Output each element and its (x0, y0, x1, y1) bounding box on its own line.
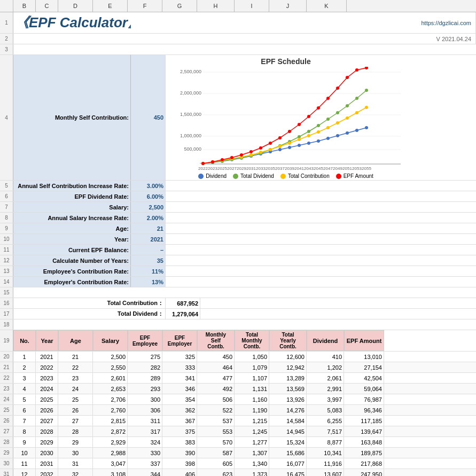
cell-epf-employee-31: 344 (128, 469, 162, 476)
current-epf-value[interactable]: – (131, 245, 166, 255)
legend-epf-amount: EPF Amount (336, 173, 373, 179)
cell-no-30: 11 (13, 458, 36, 469)
chart-row-5 (166, 181, 406, 191)
cell-year-21: 2022 (36, 362, 58, 372)
legend-total-contribution: Total Contribution (280, 173, 330, 179)
svg-point-80 (326, 126, 330, 129)
cell-age-23: 24 (58, 384, 93, 394)
cell-year-29: 2030 (36, 448, 58, 458)
legend-label-epf-amount: EPF Amount (344, 173, 373, 179)
col-header-i: I (235, 0, 269, 12)
epf-dividend-value[interactable]: 6.00% (131, 191, 166, 201)
row-num-corner (0, 0, 13, 12)
row-10: 10 Year: 2021 (0, 234, 476, 245)
legend-label-total-dividend: Total Dividend (240, 173, 274, 179)
svg-point-60 (307, 130, 310, 133)
svg-text:2033: 2033 (256, 166, 266, 171)
cell-epf-amount-21: 27,154 (344, 362, 384, 372)
chart-legend: Dividend Total Dividend Total Contributi… (166, 172, 406, 180)
col-header-k: K (307, 0, 347, 12)
svg-text:2049: 2049 (333, 166, 342, 171)
svg-point-42 (307, 142, 310, 145)
svg-point-44 (326, 137, 330, 140)
total-contribution-value: 687,952 (166, 298, 200, 308)
rownum-30: 30 (0, 458, 13, 469)
annual-salary-label: Annual Salary Increase Rate: (13, 213, 131, 223)
rownum-16: 16 (0, 298, 13, 308)
rownum-21: 21 (0, 362, 13, 372)
svg-point-79 (317, 130, 320, 134)
svg-point-100 (346, 76, 349, 79)
svg-text:2053: 2053 (352, 166, 362, 171)
legend-dividend: Dividend (198, 173, 227, 179)
cell-dividend-27: 7,517 (307, 426, 344, 436)
col-header-b: B (13, 0, 36, 12)
cell-monthly-self-24: 506 (197, 394, 235, 404)
cell-epf-employer-30: 398 (162, 458, 197, 469)
cell-total-monthly-27: 1,245 (235, 426, 269, 436)
cell-year-24: 2025 (36, 394, 58, 404)
svg-point-78 (307, 134, 310, 137)
empty-17a (13, 309, 83, 319)
employer-rate-label: Employer's Contribution Rate: (13, 277, 131, 287)
cell-dividend-21: 1,202 (307, 362, 344, 372)
employee-rate-value[interactable]: 11% (131, 266, 166, 276)
header-epf-employer: EPFEmployer (162, 330, 197, 351)
rownum-17: 17 (0, 309, 13, 319)
svg-point-82 (346, 116, 349, 120)
cell-salary-20: 2,500 (93, 352, 128, 362)
row-11: 11 Current EPF Balance: – (0, 245, 476, 255)
svg-text:2045: 2045 (314, 166, 323, 171)
cell-epf-employee-24: 300 (128, 394, 162, 404)
cell-epf-amount-25: 96,346 (344, 405, 384, 415)
cell-no-21: 2 (13, 362, 36, 372)
svg-point-87 (221, 158, 224, 161)
rownum-22: 22 (0, 373, 13, 383)
cell-dividend-30: 11,916 (307, 458, 344, 469)
row-7: 7 Salary: 2,500 (0, 202, 476, 213)
cell-age-22: 23 (58, 373, 93, 383)
svg-text:2022: 2022 (198, 166, 208, 171)
row-6: 6 EPF Dividend Rate: 6.00% (0, 191, 476, 202)
row-15: 15 (0, 287, 476, 298)
cell-age-25: 26 (58, 405, 93, 415)
row-13: 13 Employee's Contribution Rate: 11% (0, 266, 476, 277)
cell-monthly-self-20: 450 (197, 352, 235, 362)
rownum-19: 19 (0, 330, 13, 351)
annual-salary-value[interactable]: 2.00% (131, 213, 166, 223)
age-value[interactable]: 21 (131, 223, 166, 233)
cell-monthly-self-28: 570 (197, 437, 235, 447)
chart-wrapper: EPF Schedule 2,500,000 2,000,000 1,500,0… (166, 55, 406, 180)
cell-salary-29: 2,988 (93, 448, 128, 458)
row-25: 25 6 2026 26 2,760 306 362 522 1,190 14,… (0, 405, 476, 416)
cell-no-24: 5 (13, 394, 36, 404)
employer-rate-value[interactable]: 13% (131, 277, 166, 287)
empty-17b (200, 309, 476, 319)
annual-self-value[interactable]: 3.00% (131, 181, 166, 191)
cell-epf-employee-25: 306 (128, 405, 162, 415)
row-4: 4 Monthly Self Contribution: 450 EPF Sch… (0, 55, 476, 181)
cell-age-21: 22 (58, 362, 93, 372)
salary-value[interactable]: 2,500 (131, 202, 166, 212)
calc-years-value[interactable]: 35 (131, 255, 166, 266)
cell-age-20: 21 (58, 352, 93, 362)
svg-point-84 (365, 106, 368, 109)
cell-dividend-23: 2,991 (307, 384, 344, 394)
svg-text:2031: 2031 (246, 166, 256, 171)
legend-dot-total-contribution (280, 174, 286, 179)
rownum-31: 31 (0, 469, 13, 476)
annual-self-label: Annual Self Contribution Increase Rate: (13, 181, 131, 191)
spreadsheet-title: 《EPF Calculator》 (15, 13, 131, 32)
cell-epf-employee-23: 293 (128, 384, 162, 394)
chart-row-11 (166, 245, 406, 255)
cell-monthly-self-27: 553 (197, 426, 235, 436)
cell-salary-27: 2,872 (93, 426, 128, 436)
cell-total-yearly-26: 14,584 (269, 416, 307, 426)
legend-label-dividend: Dividend (206, 173, 227, 179)
monthly-self-value[interactable]: 450 (131, 55, 166, 180)
header-epf-employee: EPFEmployee (128, 330, 162, 351)
cell-no-25: 6 (13, 405, 36, 415)
chart-row-6 (166, 191, 406, 201)
cell-total-monthly-23: 1,131 (235, 384, 269, 394)
year-value[interactable]: 2021 (131, 234, 166, 244)
